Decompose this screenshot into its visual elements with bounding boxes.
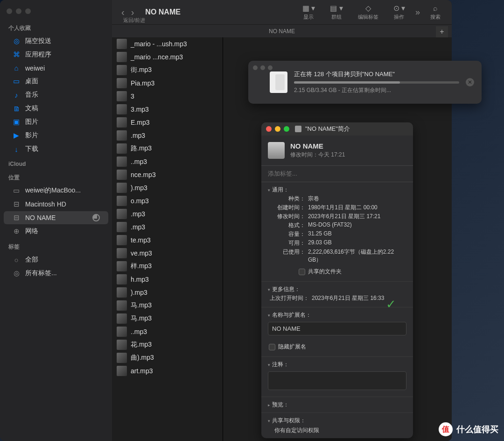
file-row[interactable]: h.mp3 (112, 273, 223, 286)
sidebar-item[interactable]: ⌘应用程序 (4, 48, 108, 61)
minimize-button[interactable] (275, 126, 280, 132)
file-row[interactable]: 路.mp3 (112, 142, 223, 155)
add-tab-button[interactable]: + (436, 26, 448, 37)
general-header[interactable]: 通用： (268, 186, 406, 194)
preview-header[interactable]: 预览： (268, 401, 406, 409)
cancel-copy-button[interactable]: ✕ (466, 78, 474, 86)
file-row[interactable]: 街.mp3 (112, 64, 223, 77)
comments-header[interactable]: 注释： (268, 361, 406, 369)
file-row[interactable]: o.mp3 (112, 194, 223, 207)
path-item[interactable]: NO NAME (269, 28, 295, 35)
sidebar-item[interactable]: ◎所有标签... (4, 267, 108, 280)
file-row[interactable]: E.mp3 (112, 116, 223, 129)
name-ext-header[interactable]: 名称与扩展名： (268, 311, 406, 319)
file-row[interactable]: 马.mp3 (112, 312, 223, 325)
close-button[interactable] (266, 126, 272, 132)
sidebar-item[interactable]: ◎隔空投送 (4, 35, 108, 48)
file-row[interactable]: ..mp3 (112, 325, 223, 338)
file-thumbnail (117, 91, 127, 101)
file-row[interactable]: ..mp3 (112, 155, 223, 168)
file-row[interactable]: 3.mp3 (112, 103, 223, 116)
maximize-button[interactable] (25, 8, 31, 14)
comments-section: 注释： (261, 357, 413, 397)
file-name: 马.mp3 (131, 314, 152, 323)
name-input[interactable] (268, 322, 406, 335)
sidebar-item[interactable]: ♪音乐 (4, 88, 108, 101)
more-header[interactable]: 更多信息： (268, 285, 406, 293)
file-thumbnail (117, 170, 127, 180)
file-row[interactable]: 样.mp3 (112, 260, 223, 273)
sidebar-item[interactable]: ↓下载 (4, 142, 108, 156)
file-name: ..mp3 (131, 158, 147, 165)
checkmark-annotation: ✓ (386, 297, 396, 312)
file-row[interactable]: Pia.mp3 (112, 77, 223, 90)
sidebar-item[interactable]: ○全部 (4, 253, 108, 266)
copy-title: 正在将 128 个项目拷贝到"NO NAME" (294, 70, 459, 78)
maximize-button[interactable] (268, 65, 273, 70)
file-row[interactable]: .mp3 (112, 129, 223, 142)
sidebar-label: 应用程序 (25, 50, 51, 59)
file-thumbnail (117, 52, 127, 62)
file-row[interactable]: ).mp3 (112, 181, 223, 194)
comments-input[interactable] (268, 371, 406, 390)
file-name: ..mp3 (131, 328, 147, 335)
view-button[interactable]: ▦ ▾显示 (298, 3, 320, 21)
file-row[interactable]: te.mp3 (112, 234, 223, 247)
file-column[interactable]: _mario - ...ush.mp3_mario ...nce.mp3街.mp… (112, 37, 223, 441)
file-row[interactable]: art.mp3 (112, 364, 223, 377)
file-row[interactable]: 花.mp3 (112, 338, 223, 351)
sidebar-item[interactable]: ⊟NO NAME (4, 211, 108, 224)
sidebar-label: 音乐 (25, 91, 38, 99)
sidebar-item[interactable]: ▭weiwei的MacBoo... (4, 184, 108, 197)
sidebar-item[interactable]: ▣图片 (4, 115, 108, 128)
sidebar-icon: ▭ (12, 77, 21, 85)
file-row[interactable]: 曲).mp3 (112, 351, 223, 364)
group-button[interactable]: ▤ ▾群组 (325, 3, 347, 21)
file-row[interactable]: nce.mp3 (112, 168, 223, 181)
info-window-controls (266, 126, 289, 132)
sharing-header[interactable]: 共享与权限： (268, 417, 406, 425)
file-thumbnail (117, 248, 127, 258)
sidebar-icon: ♪ (12, 91, 21, 99)
sidebar-item[interactable]: ⊟Macintosh HD (4, 198, 108, 211)
minimize-button[interactable] (16, 8, 21, 14)
search-button[interactable]: ⌕搜索 (426, 3, 445, 21)
close-button[interactable] (7, 8, 12, 14)
maximize-button[interactable] (284, 126, 289, 132)
shared-checkbox[interactable]: 共享的文件夹 (299, 268, 406, 276)
volume-name: NO NAME (290, 142, 345, 150)
file-name: nce.mp3 (131, 171, 156, 178)
copy-status: 2.15 GB/3.34 GB - 正在估算剩余时间... (294, 86, 459, 94)
tags-field[interactable]: 添加标签... (261, 165, 413, 182)
tags-button[interactable]: ◇编辑标签 (353, 3, 383, 21)
file-row[interactable]: ).mp3 (112, 286, 223, 299)
overflow-button[interactable]: » (415, 7, 420, 17)
sidebar-item[interactable]: ▶影片 (4, 129, 108, 142)
group-icon: ▤ ▾ (330, 4, 343, 13)
sidebar-item[interactable]: ⌂weiwei (4, 62, 108, 74)
file-thumbnail (117, 235, 127, 245)
file-name: h.mp3 (131, 276, 149, 283)
sidebar-item[interactable]: ▭桌面 (4, 75, 108, 88)
file-row[interactable]: 3 (112, 90, 223, 103)
file-row[interactable]: .mp3 (112, 207, 223, 220)
file-thumbnail (117, 39, 127, 49)
file-row[interactable]: _mario ...nce.mp3 (112, 50, 223, 64)
sidebar-icon: 🗎 (12, 105, 21, 113)
file-thumbnail (117, 366, 127, 376)
file-name: _mario ...nce.mp3 (131, 53, 183, 61)
minimize-button[interactable] (260, 65, 265, 70)
file-thumbnail (117, 222, 127, 232)
actions-button[interactable]: ⊙ ▾操作 (389, 3, 410, 21)
tag-icon: ○ (12, 256, 21, 264)
sidebar-label: 网络 (25, 227, 38, 235)
file-thumbnail (117, 209, 127, 219)
hide-ext-checkbox[interactable]: 隐藏扩展名 (269, 343, 406, 351)
sidebar-item[interactable]: 🗎文稿 (4, 102, 108, 115)
file-row[interactable]: _mario - ...ush.mp3 (112, 37, 223, 50)
file-row[interactable]: .mp3 (112, 220, 223, 234)
close-button[interactable] (253, 65, 258, 70)
sidebar-item[interactable]: ⊕网络 (4, 225, 108, 238)
file-row[interactable]: ve.mp3 (112, 247, 223, 260)
file-row[interactable]: 马.mp3 (112, 299, 223, 312)
